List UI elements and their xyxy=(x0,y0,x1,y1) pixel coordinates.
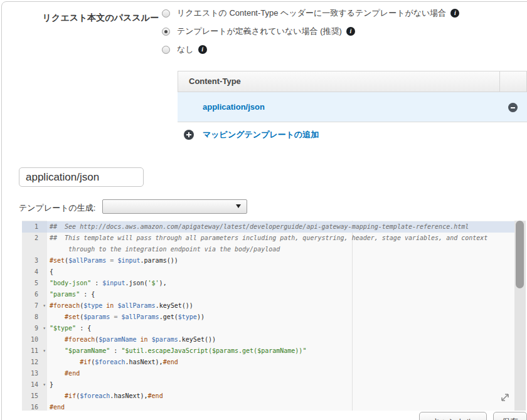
code-token: $params xyxy=(83,313,110,320)
fold-arrow-icon[interactable]: ▾ xyxy=(43,300,46,312)
code-token: "params" xyxy=(50,291,80,298)
code-line[interactable]: "body-json" : $input.json('$'), xyxy=(47,278,514,289)
editor-resize-icon[interactable] xyxy=(499,392,511,403)
line-number: 7▾ xyxy=(22,300,47,312)
radio-button[interactable] xyxy=(162,28,170,36)
mapping-template-editor[interactable]: 1234567▾89▾1011▾121314▾1516 ## See http:… xyxy=(22,221,526,411)
code-line[interactable]: } xyxy=(47,379,514,391)
code-token: through to the integration endpoint via … xyxy=(50,246,280,253)
code-token: "$paramName" xyxy=(65,347,110,354)
content-type-column-header: Content-Type xyxy=(178,71,527,92)
add-mapping-template-row: マッピングテンプレートの追加 xyxy=(184,129,319,140)
radio-button[interactable] xyxy=(162,9,170,18)
code-line[interactable]: ## See http://docs.aws.amazon.com/apigat… xyxy=(47,221,514,233)
info-icon[interactable]: i xyxy=(450,9,459,18)
line-number: 3 xyxy=(22,255,47,266)
code-line[interactable]: ## This template will pass through all p… xyxy=(47,233,514,244)
info-icon[interactable]: i xyxy=(346,27,355,36)
code-token: $allParams xyxy=(121,313,159,320)
remove-template-icon[interactable] xyxy=(508,103,518,112)
code-line[interactable]: #set($allParams = $input.params()) xyxy=(47,255,514,266)
content-type-link[interactable]: application/json xyxy=(203,102,265,112)
code-token: $foreach xyxy=(95,359,125,365)
code-token: : xyxy=(91,280,102,286)
passthrough-option-label: テンプレートが定義されていない場合 (推奨) xyxy=(177,26,342,37)
generate-template-label: テンプレートの生成: xyxy=(19,202,95,214)
content-type-input[interactable] xyxy=(19,167,144,187)
line-number: 14▾ xyxy=(22,379,47,391)
code-token: $foreach xyxy=(80,392,110,399)
column-divider xyxy=(499,71,500,92)
code-line[interactable]: "$paramName" : "$util.escapeJavaScript($… xyxy=(47,345,514,357)
line-number: 13 xyxy=(22,368,47,379)
code-line[interactable]: #end xyxy=(47,368,514,379)
save-button[interactable]: 保存 xyxy=(493,412,527,420)
line-number xyxy=(22,244,47,255)
code-token xyxy=(50,313,65,320)
code-line[interactable]: { xyxy=(47,266,514,278)
code-token: "$util.escapeJavaScript($params.get($par… xyxy=(121,347,306,354)
request-body-passthrough-label: リクエスト本文のパススルー xyxy=(0,13,159,23)
code-line[interactable]: through to the integration endpoint via … xyxy=(47,244,514,255)
code-line[interactable]: "$type" : { xyxy=(47,323,514,334)
fold-arrow-icon[interactable]: ▾ xyxy=(43,379,46,391)
add-mapping-template-link[interactable]: マッピングテンプレートの追加 xyxy=(203,129,319,140)
editor-scrollbar-thumb[interactable] xyxy=(516,221,524,288)
code-token: #end xyxy=(65,370,80,377)
code-token: in xyxy=(106,302,114,309)
passthrough-options: リクエストの Content-Type ヘッダーに一致するテンプレートがない場合… xyxy=(162,8,459,63)
code-token: "$type" xyxy=(50,325,76,332)
passthrough-option[interactable]: テンプレートが定義されていない場合 (推奨)i xyxy=(162,26,459,36)
code-token: : { xyxy=(80,291,95,298)
code-line[interactable]: #foreach($paramName in $params.keySet()) xyxy=(47,334,514,345)
code-line[interactable]: #set($params = $allParams.get($type)) xyxy=(47,312,514,323)
code-token: $input xyxy=(102,280,125,286)
code-token: = xyxy=(110,313,121,320)
code-token xyxy=(50,347,65,354)
code-token: #end xyxy=(148,392,163,399)
editor-lines: ## See http://docs.aws.amazon.com/apigat… xyxy=(47,221,514,411)
editor-gutter: 1234567▾89▾1011▾121314▾1516 xyxy=(22,221,47,411)
code-token xyxy=(50,336,65,343)
code-token xyxy=(50,392,65,399)
code-token: '$' xyxy=(148,280,159,286)
passthrough-option-label: なし xyxy=(177,44,194,55)
editor-scrollbar[interactable] xyxy=(514,221,526,411)
line-number: 2 xyxy=(22,233,47,244)
code-token: #foreach xyxy=(65,336,95,343)
generate-template-select[interactable] xyxy=(102,199,247,214)
content-type-row[interactable]: application/json xyxy=(178,92,527,122)
code-token: .json( xyxy=(125,280,147,286)
code-token: } xyxy=(50,381,53,388)
code-token: .get( xyxy=(159,313,178,320)
code-token: : xyxy=(110,347,121,354)
passthrough-option[interactable]: リクエストの Content-Type ヘッダーに一致するテンプレートがない場合… xyxy=(162,8,459,18)
add-icon[interactable] xyxy=(184,130,194,140)
code-line[interactable]: #if($foreach.hasNext),#end xyxy=(47,391,514,402)
code-token: .keySet()) xyxy=(156,302,193,309)
fold-arrow-icon[interactable]: ▾ xyxy=(43,323,46,334)
fold-arrow-icon[interactable]: ▾ xyxy=(43,345,46,357)
code-token: $paramName xyxy=(98,336,136,343)
passthrough-option[interactable]: なしi xyxy=(162,45,459,55)
code-token: #set xyxy=(50,257,65,264)
code-line[interactable]: #if($foreach.hasNext),#end xyxy=(47,357,514,368)
code-line[interactable]: #foreach($type in $allParams.keySet()) xyxy=(47,300,514,312)
code-token: $allParams xyxy=(68,257,106,264)
code-line[interactable]: "params" : { xyxy=(47,289,514,300)
code-token: #end xyxy=(50,404,65,411)
line-number: 11▾ xyxy=(22,345,47,357)
info-icon[interactable]: i xyxy=(198,45,207,54)
code-token: $type xyxy=(178,313,197,320)
radio-button[interactable] xyxy=(162,46,170,54)
code-token: $type xyxy=(83,302,102,309)
editor-code-area[interactable]: ## See http://docs.aws.amazon.com/apigat… xyxy=(47,221,514,411)
code-token: .hasNext), xyxy=(110,392,147,399)
code-token: $params xyxy=(152,336,178,343)
cancel-button[interactable]: キャンセル xyxy=(419,412,487,420)
code-token: in xyxy=(141,336,148,343)
line-number: 5 xyxy=(22,278,47,289)
code-token: = xyxy=(106,257,117,264)
code-line[interactable]: #end xyxy=(47,402,514,411)
code-token: #if xyxy=(80,359,91,365)
